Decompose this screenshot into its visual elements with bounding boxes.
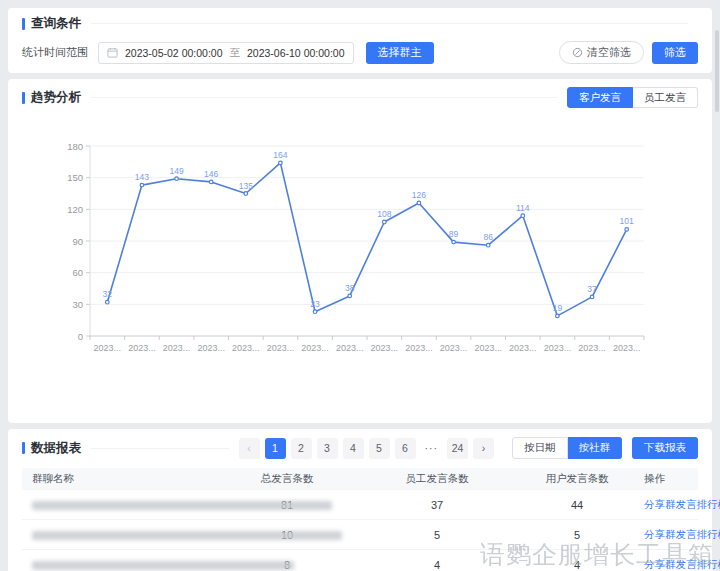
select-group-owner-button[interactable]: 选择群主 xyxy=(366,42,434,64)
col-actions: 操作 xyxy=(642,472,698,486)
svg-text:135: 135 xyxy=(239,181,253,191)
svg-text:2023...: 2023... xyxy=(232,343,260,353)
svg-text:149: 149 xyxy=(170,166,184,176)
employee-messages-cell: 5 xyxy=(362,529,512,541)
table-row: 813744分享群发言排行榜 xyxy=(22,490,698,520)
by-date-button[interactable]: 按日期 xyxy=(512,437,568,459)
trend-title-text: 趋势分析 xyxy=(31,89,81,106)
svg-text:38: 38 xyxy=(345,283,355,293)
report-title-text: 数据报表 xyxy=(31,440,81,457)
by-group-button[interactable]: 按社群 xyxy=(568,437,623,459)
pagination-page-3[interactable]: 3 xyxy=(317,438,338,459)
pagination-page-5[interactable]: 5 xyxy=(369,438,390,459)
pagination-page-6[interactable]: 6 xyxy=(395,438,416,459)
svg-text:30: 30 xyxy=(72,299,83,310)
user-messages-cell: 5 xyxy=(512,529,642,541)
share-ranking-link[interactable]: 分享群发言排行榜 xyxy=(644,528,720,540)
table-header-row: 群聊名称 总发言条数 员工发言条数 用户发言条数 操作 xyxy=(22,468,698,490)
pagination-ellipsis: ··· xyxy=(421,438,443,459)
svg-text:90: 90 xyxy=(72,236,83,247)
divider xyxy=(91,23,688,24)
svg-text:37: 37 xyxy=(587,284,597,294)
pagination: ‹123456···24› xyxy=(239,438,495,459)
filter-button[interactable]: 筛选 xyxy=(652,42,698,64)
svg-text:2023...: 2023... xyxy=(509,343,537,353)
svg-text:32: 32 xyxy=(103,289,113,299)
title-accent-bar xyxy=(22,18,25,30)
date-start-value[interactable]: 2023-05-02 00:00:00 xyxy=(125,47,223,59)
col-group-name: 群聊名称 xyxy=(22,472,212,486)
svg-text:2023...: 2023... xyxy=(336,343,364,353)
svg-text:146: 146 xyxy=(204,169,218,179)
svg-text:23: 23 xyxy=(310,299,320,309)
user-messages-cell: 44 xyxy=(512,499,642,511)
blurred-text-block xyxy=(32,561,294,570)
svg-text:60: 60 xyxy=(72,267,83,278)
svg-text:126: 126 xyxy=(412,190,426,200)
pagination-page-4[interactable]: 4 xyxy=(343,438,364,459)
share-ranking-link[interactable]: 分享群发言排行榜 xyxy=(644,558,720,570)
download-report-button[interactable]: 下载报表 xyxy=(632,437,698,459)
table-row: 1055分享群发言排行榜 xyxy=(22,520,698,550)
trend-line-chart: 0306090120150180322023...1432023...14920… xyxy=(56,132,656,370)
group-name-redacted xyxy=(22,559,212,571)
trend-analysis-card: 趋势分析 客户发言 员工发言 0306090120150180322023...… xyxy=(8,79,712,423)
report-mode-toggle: 按日期 按社群 xyxy=(512,437,622,459)
pagination-prev-button[interactable]: ‹ xyxy=(239,438,260,459)
speech-type-toggle: 客户发言 员工发言 xyxy=(567,87,698,108)
svg-text:2023...: 2023... xyxy=(128,343,156,353)
data-report-card: 数据报表 ‹123456···24› 按日期 按社群 下载报表 群聊名称 总发言… xyxy=(8,429,712,571)
group-name-redacted xyxy=(22,499,212,511)
date-range-label: 统计时间范围 xyxy=(22,45,88,60)
table-body: 813744分享群发言排行榜1055分享群发言排行榜844分享群发言排行榜117… xyxy=(22,490,698,571)
user-messages-cell: 4 xyxy=(512,559,642,571)
clear-filter-label: 清空筛选 xyxy=(587,45,631,60)
svg-text:2023...: 2023... xyxy=(94,343,122,353)
date-end-value[interactable]: 2023-06-10 00:00:00 xyxy=(247,47,345,59)
svg-text:19: 19 xyxy=(553,303,563,313)
date-range-input[interactable]: 2023-05-02 00:00:00 至 2023-06-10 00:00:0… xyxy=(98,42,354,64)
date-separator: 至 xyxy=(230,46,241,60)
svg-text:86: 86 xyxy=(483,232,493,242)
query-conditions-card: 查询条件 统计时间范围 2023-05-02 00:00:00 至 2023-0… xyxy=(8,8,712,73)
pagination-page-24[interactable]: 24 xyxy=(447,438,468,459)
svg-text:2023...: 2023... xyxy=(163,343,191,353)
query-section-title: 查询条件 xyxy=(22,15,81,32)
col-user-messages: 用户发言条数 xyxy=(512,472,642,486)
svg-text:2023...: 2023... xyxy=(371,343,399,353)
query-title-text: 查询条件 xyxy=(31,15,81,32)
svg-text:101: 101 xyxy=(620,216,634,226)
svg-text:150: 150 xyxy=(67,172,83,183)
pagination-next-button[interactable]: › xyxy=(473,438,494,459)
title-accent-bar xyxy=(22,92,25,104)
svg-text:164: 164 xyxy=(273,150,287,160)
divider xyxy=(91,448,229,449)
svg-text:2023...: 2023... xyxy=(267,343,295,353)
svg-text:2023...: 2023... xyxy=(474,343,502,353)
report-table: 群聊名称 总发言条数 员工发言条数 用户发言条数 操作 813744分享群发言排… xyxy=(22,468,698,571)
svg-text:89: 89 xyxy=(449,229,459,239)
svg-text:180: 180 xyxy=(67,141,83,152)
svg-text:2023...: 2023... xyxy=(440,343,468,353)
share-ranking-link[interactable]: 分享群发言排行榜 xyxy=(644,498,720,510)
employee-messages-cell: 37 xyxy=(362,499,512,511)
divider xyxy=(91,97,557,98)
svg-text:114: 114 xyxy=(516,203,530,213)
svg-text:2023...: 2023... xyxy=(197,343,225,353)
title-accent-bar xyxy=(22,442,25,454)
clear-icon xyxy=(572,47,583,58)
svg-text:108: 108 xyxy=(377,209,391,219)
svg-text:120: 120 xyxy=(67,204,83,215)
scrollbar-thumb[interactable] xyxy=(715,30,719,112)
clear-filter-button[interactable]: 清空筛选 xyxy=(559,41,644,64)
toggle-employee-speech[interactable]: 员工发言 xyxy=(633,87,698,108)
svg-text:143: 143 xyxy=(135,172,149,182)
pagination-page-1[interactable]: 1 xyxy=(265,438,286,459)
col-total-messages: 总发言条数 xyxy=(212,472,362,486)
svg-text:2023...: 2023... xyxy=(578,343,606,353)
svg-text:2023...: 2023... xyxy=(301,343,329,353)
toggle-customer-speech[interactable]: 客户发言 xyxy=(567,87,633,108)
blurred-text-block xyxy=(32,501,332,510)
table-row: 844分享群发言排行榜 xyxy=(22,550,698,571)
pagination-page-2[interactable]: 2 xyxy=(291,438,312,459)
